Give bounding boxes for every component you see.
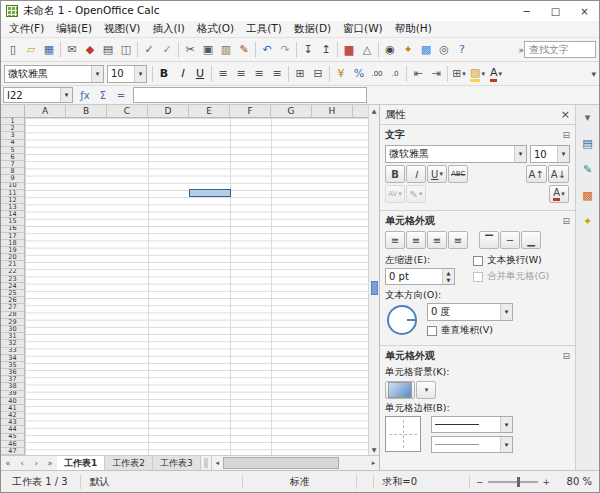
checkbox-icon[interactable]: [427, 326, 437, 336]
menu-item-3[interactable]: 视图(V): [98, 21, 146, 37]
sheet-tab-3[interactable]: 工作表3: [153, 456, 201, 470]
row-header-3[interactable]: 3: [1, 132, 24, 139]
save-icon[interactable]: ▦: [40, 40, 58, 59]
align-left-icon[interactable]: ≡: [385, 231, 405, 249]
border-selector[interactable]: [385, 416, 421, 452]
vertical-scrollbar-thumb[interactable]: [371, 281, 378, 295]
first-sheet-icon[interactable]: «: [1, 456, 15, 470]
sort-ascending-icon[interactable]: ↧: [299, 40, 317, 59]
collapse-icon[interactable]: ⊟: [562, 216, 570, 226]
shrink-font-icon[interactable]: A↓: [548, 165, 569, 183]
row-header-36[interactable]: 36: [1, 369, 24, 376]
row-header-16[interactable]: 16: [1, 226, 24, 233]
merge-cells-checkbox[interactable]: 合并单元格(G): [473, 270, 570, 283]
sheet-info[interactable]: 工作表 1 / 3: [4, 475, 81, 489]
borders-icon[interactable]: ⊞▾: [450, 64, 468, 83]
underline-icon[interactable]: U: [191, 64, 209, 83]
merge-and-center-icon[interactable]: ⊞: [291, 64, 309, 83]
column-header-c[interactable]: C: [107, 105, 148, 117]
align-left-icon[interactable]: ≡: [214, 64, 232, 83]
row-header-1[interactable]: 1: [1, 118, 24, 125]
vertical-scrollbar[interactable]: ▲ ▼: [368, 105, 379, 455]
export-pdf-icon[interactable]: ◆: [81, 40, 99, 59]
selected-cell-cursor[interactable]: [189, 189, 231, 197]
line-style-combo[interactable]: ▾: [431, 416, 513, 433]
align-right-icon[interactable]: ≡: [427, 231, 447, 249]
minimize-button[interactable]: ─: [512, 1, 541, 21]
merge-cells-icon[interactable]: ⊟: [309, 64, 327, 83]
sidebar-font-color-icon[interactable]: A▾: [549, 185, 569, 203]
menu-item-7[interactable]: 数据(D): [288, 21, 337, 37]
background-color-icon[interactable]: ▨▾: [468, 64, 487, 83]
sort-descending-icon[interactable]: ↥: [317, 40, 335, 59]
menu-item-1[interactable]: 文件(F): [3, 21, 50, 37]
orientation-dial[interactable]: [387, 305, 417, 335]
open-icon[interactable]: ▱: [22, 40, 40, 59]
row-header-41[interactable]: 41: [1, 405, 24, 412]
cell-background-color-button[interactable]: [385, 381, 415, 399]
row-header-9[interactable]: 9: [1, 175, 24, 182]
bold-icon[interactable]: B: [155, 64, 173, 83]
redo-icon[interactable]: ↷: [276, 40, 294, 59]
text-section-header[interactable]: 文字 ⊟: [385, 128, 570, 142]
row-header-4[interactable]: 4: [1, 140, 24, 147]
function-wizard-icon[interactable]: ƒx: [76, 87, 94, 103]
cell-background-dropdown[interactable]: ▾: [416, 381, 436, 399]
menu-item-8[interactable]: 窗口(W): [337, 21, 389, 37]
copy-icon[interactable]: ▣: [199, 40, 217, 59]
grow-font-icon[interactable]: A↑: [526, 165, 547, 183]
row-header-33[interactable]: 33: [1, 348, 24, 355]
scroll-up-icon[interactable]: ▲: [369, 105, 379, 116]
row-header-5[interactable]: 5: [1, 147, 24, 154]
close-button[interactable]: ×: [570, 1, 599, 21]
menu-item-6[interactable]: 工具(T): [240, 21, 288, 37]
scroll-right-icon[interactable]: ▸: [368, 459, 379, 467]
menu-item-9[interactable]: 帮助(H): [389, 21, 438, 37]
cell-appearance-section-header[interactable]: 单元格外观 ⊟: [385, 349, 570, 363]
row-header-42[interactable]: 42: [1, 412, 24, 419]
help-icon[interactable]: ?: [453, 40, 471, 59]
row-header-12[interactable]: 12: [1, 197, 24, 204]
row-header-26[interactable]: 26: [1, 297, 24, 304]
chevron-down-icon[interactable]: ▾: [557, 146, 569, 162]
row-header-21[interactable]: 21: [1, 261, 24, 268]
menu-item-2[interactable]: 编辑(E): [50, 21, 98, 37]
increase-indent-icon[interactable]: ⇥: [427, 64, 445, 83]
properties-deck-icon[interactable]: ▤: [579, 134, 597, 152]
gallery-icon[interactable]: ▩: [417, 40, 435, 59]
checkbox-icon[interactable]: [473, 256, 483, 266]
zoom-thumb[interactable]: [517, 477, 520, 487]
next-sheet-icon[interactable]: ›: [29, 456, 43, 470]
row-header-27[interactable]: 27: [1, 304, 24, 311]
gallery-deck-icon[interactable]: ▩: [579, 186, 597, 204]
row-header-18[interactable]: 18: [1, 240, 24, 247]
row-header-8[interactable]: 8: [1, 168, 24, 175]
insert-mode[interactable]: 标准: [243, 475, 357, 489]
sidebar-font-name-combo[interactable]: 微软雅黑 ▾: [385, 145, 527, 163]
align-justified-icon[interactable]: ≡: [448, 231, 468, 249]
page-preview-icon[interactable]: ◫: [117, 40, 135, 59]
navigator-icon[interactable]: ✦: [399, 40, 417, 59]
row-header-14[interactable]: 14: [1, 211, 24, 218]
font-size-combo[interactable]: 10 ▾: [107, 65, 147, 83]
spelling-icon[interactable]: ✓: [140, 40, 158, 59]
row-header-22[interactable]: 22: [1, 269, 24, 276]
document-as-email-icon[interactable]: ✉: [63, 40, 81, 59]
row-header-31[interactable]: 31: [1, 333, 24, 340]
sum-status[interactable]: 求和=0: [373, 475, 470, 489]
sidebar-settings-icon[interactable]: ▾: [579, 108, 597, 126]
column-header-d[interactable]: D: [148, 105, 189, 117]
insert-chart-icon[interactable]: ▆: [340, 40, 358, 59]
align-center-icon[interactable]: ≡: [232, 64, 250, 83]
sheet-tab-1[interactable]: 工作表1: [57, 456, 105, 470]
sidebar-font-size-combo[interactable]: 10 ▾: [530, 145, 570, 163]
cut-icon[interactable]: ✂: [181, 40, 199, 59]
wrap-text-checkbox[interactable]: 文本换行(W): [473, 254, 570, 267]
scroll-down-icon[interactable]: ▼: [369, 444, 379, 455]
spinner-arrows[interactable]: ▲▼: [442, 269, 454, 284]
chevron-down-icon[interactable]: ▾: [91, 66, 103, 82]
zoom-slider[interactable]: − +: [470, 477, 556, 487]
toolbar-options-icon[interactable]: ▾: [591, 69, 596, 79]
find-text-input[interactable]: 查找文字: [524, 41, 596, 58]
cells-area[interactable]: [25, 118, 368, 455]
